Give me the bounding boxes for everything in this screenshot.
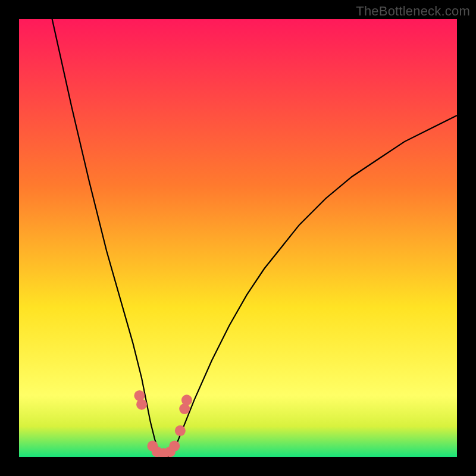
gradient-background	[19, 19, 457, 457]
curve-marker	[169, 441, 180, 452]
attribution-text: TheBottleneck.com	[356, 4, 470, 19]
curve-marker	[136, 399, 147, 410]
chart-frame: TheBottleneck.com	[0, 0, 476, 476]
curve-marker	[181, 394, 192, 405]
bottleneck-chart	[19, 19, 457, 457]
curve-marker	[175, 425, 186, 436]
plot-area	[19, 19, 457, 457]
